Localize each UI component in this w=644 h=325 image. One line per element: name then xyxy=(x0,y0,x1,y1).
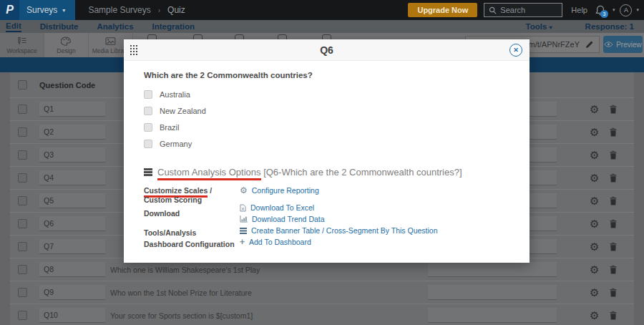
link-download-to-excel[interactable]: Download To Excel xyxy=(240,203,438,212)
option-checkbox[interactable] xyxy=(144,107,152,115)
link-download-trend-data[interactable]: Download Trend Data xyxy=(240,215,438,223)
option-checkbox[interactable] xyxy=(144,123,152,132)
breadcrumb-leaf: Quiz xyxy=(167,5,185,15)
breadcrumb-separator: › xyxy=(158,6,160,14)
bar-chart-icon xyxy=(240,215,248,223)
caret-down-icon[interactable]: ▾ xyxy=(613,7,615,13)
help-link[interactable]: Help xyxy=(571,6,587,14)
breadcrumb-parent[interactable]: Sample Surveys xyxy=(88,5,150,15)
modal-question-text: Which are the 2 Commonwealth countries? xyxy=(144,71,530,79)
search-input[interactable] xyxy=(500,6,557,14)
category-download: Download xyxy=(144,209,240,218)
category-tools-analysis: Tools/Analysis xyxy=(144,228,240,238)
plus-icon: + xyxy=(240,238,245,246)
search-box[interactable] xyxy=(484,3,562,17)
breadcrumb: Sample Surveys › Quiz xyxy=(88,5,185,15)
notification-badge: 3 xyxy=(600,10,608,18)
section-title-annotated: Custom Analysis Options xyxy=(157,167,261,180)
excel-file-icon xyxy=(240,204,246,212)
notifications-button[interactable]: 3 xyxy=(595,5,605,16)
link-label: Download Trend Data xyxy=(252,215,325,223)
category-column: Customize Scales / Custom Scoring Downlo… xyxy=(144,186,240,249)
caret-down-icon[interactable]: ▾ xyxy=(636,7,639,13)
option-label: Brazil xyxy=(160,123,180,132)
banner-table-icon xyxy=(240,228,247,229)
cogs-icon: ⚙ xyxy=(240,187,248,194)
search-icon xyxy=(489,6,497,14)
custom-analysis-section-header: Custom Analysis Options [Q6-Which are th… xyxy=(144,167,530,178)
link-add-to-dashboard[interactable]: + Add To Dashboard xyxy=(240,238,438,246)
list-icon xyxy=(144,168,152,170)
link-label: Configure Reporting xyxy=(252,186,319,195)
top-bar: P Surveys ▾ Sample Surveys › Quiz Upgrad… xyxy=(0,0,644,20)
link-configure-reporting[interactable]: ⚙ Configure Reporting xyxy=(240,186,438,195)
modal-header: Q6 ✕ xyxy=(124,39,530,61)
app-logo[interactable]: P xyxy=(0,0,19,20)
link-label: Add To Dashboard xyxy=(249,238,311,246)
section-title-rest: [Q6-Which are the 2 Commonwealth countri… xyxy=(261,167,462,178)
option-checkbox[interactable] xyxy=(144,90,152,99)
avatar[interactable]: A xyxy=(620,4,632,16)
caret-down-icon: ▾ xyxy=(62,7,65,14)
product-menu-surveys[interactable]: Surveys ▾ xyxy=(19,0,75,20)
modal-title: Q6 xyxy=(124,44,530,56)
option-label: Germany xyxy=(160,140,192,148)
product-menu-label: Surveys xyxy=(26,5,57,15)
link-label: Create Banner Table / Cross-Segment By T… xyxy=(251,226,438,235)
close-icon[interactable]: ✕ xyxy=(509,44,522,57)
answer-option: Germany xyxy=(144,135,530,152)
answer-option: Australia xyxy=(144,86,530,102)
answer-option: Brazil xyxy=(144,119,530,135)
answer-option: New Zealand xyxy=(144,102,530,119)
upgrade-now-button[interactable]: Upgrade Now xyxy=(408,3,477,17)
link-create-banner-table[interactable]: Create Banner Table / Cross-Segment By T… xyxy=(240,226,438,235)
option-checkbox[interactable] xyxy=(144,140,152,148)
links-column: ⚙ Configure Reporting Download To Excel … xyxy=(240,186,438,249)
section-title: Custom Analysis Options [Q6-Which are th… xyxy=(157,167,462,178)
link-label: Download To Excel xyxy=(250,203,314,212)
option-label: Australia xyxy=(160,90,190,99)
modal-body: Which are the 2 Commonwealth countries? … xyxy=(124,61,530,249)
question-settings-modal: Q6 ✕ Which are the 2 Commonwealth countr… xyxy=(124,39,530,263)
option-label: New Zealand xyxy=(160,107,206,115)
category-dashboard-configuration: Dashboard Configuration xyxy=(144,240,240,249)
category-customize-scales: Customize Scales / Custom Scoring xyxy=(144,186,240,205)
analysis-options-columns: Customize Scales / Custom Scoring Downlo… xyxy=(144,186,530,249)
answer-options: Australia New Zealand Brazil Germany xyxy=(144,86,530,152)
